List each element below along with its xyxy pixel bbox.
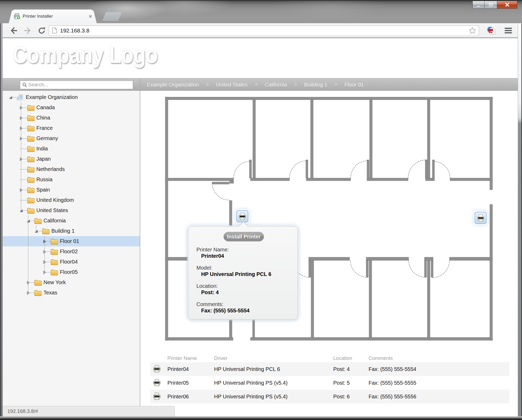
search-icon: [22, 82, 27, 87]
folder-icon: [27, 156, 35, 162]
tree-item-label: France: [36, 125, 53, 131]
tree-item-russia[interactable]: Russia: [3, 174, 140, 185]
status-bubble: 192.168.3.8/#: [3, 406, 175, 416]
breadcrumb-separator: >: [206, 82, 209, 88]
tree-item-label: Example Organization: [26, 94, 78, 100]
breadcrumb-item[interactable]: California: [265, 82, 287, 88]
folder-icon: [51, 269, 58, 275]
tree-item-india[interactable]: India: [3, 144, 140, 154]
tree-item-floor05[interactable]: Floor05: [3, 267, 140, 277]
back-button[interactable]: [8, 23, 19, 38]
printer-icon: [238, 213, 246, 220]
folder-icon: [27, 104, 35, 111]
tree-item-floor-01[interactable]: Floor 01: [3, 236, 140, 246]
tree-item-label: Building 1: [51, 228, 75, 234]
printer-table-row[interactable]: Printer06 HP Universal Printing PS (v5.4…: [150, 390, 509, 403]
tree-item-label: New York: [43, 279, 66, 285]
popover-field-label: Printer Name:: [196, 246, 271, 253]
folder-icon: [51, 238, 58, 245]
tree-item-spain[interactable]: Spain: [3, 185, 140, 195]
tree-item-united-states[interactable]: United States: [3, 205, 140, 216]
popover-field-label: Model:: [196, 265, 271, 271]
folder-icon: [27, 146, 35, 152]
tree-item-france[interactable]: France: [3, 123, 140, 133]
floor-plan-panel: Install Printer Printer Name:Printer04Mo…: [140, 91, 518, 416]
browser-tab[interactable]: Printer Installer ×: [9, 9, 97, 23]
window-frame-left: [0, 23, 3, 420]
browser-toolbar: 192.168.3.8: [3, 23, 518, 38]
tab-close-icon[interactable]: ×: [89, 14, 92, 19]
status-url: 192.168.3.8/#: [7, 408, 38, 414]
tree-item-germany[interactable]: Germany: [3, 133, 140, 144]
popover-field: Model:HP Universal Printing PCL 6: [196, 265, 271, 277]
breadcrumb-item[interactable]: United States: [216, 82, 248, 88]
breadcrumb-item[interactable]: Example Organization: [147, 82, 199, 88]
popover-field-value: HP Universal Printing PCL 6: [196, 271, 271, 277]
tree-item-floor02[interactable]: Floor02: [3, 246, 140, 257]
tree-item-japan[interactable]: Japan: [3, 154, 140, 164]
printer-table-row[interactable]: Printer05 HP Universal Printing PS (v5.4…: [150, 376, 509, 390]
printer-table-row[interactable]: Printer04 HP Universal Printing PCL 6 Po…: [150, 362, 509, 376]
tree-item-label: United States: [36, 207, 68, 213]
address-bar[interactable]: 192.168.3.8: [49, 25, 479, 36]
tree-item-texas[interactable]: Texas: [3, 288, 140, 298]
search-box[interactable]: [20, 80, 133, 89]
printer-table: Printer NameDriverLocationComments Print…: [150, 355, 509, 403]
tree-item-label: Floor04: [60, 259, 78, 265]
forward-button[interactable]: [22, 23, 33, 38]
tree-item-label: Texas: [43, 290, 57, 296]
popover-field: Comments:Fax: (555) 555-5554: [196, 301, 271, 314]
tree-item-label: California: [43, 218, 66, 224]
window-controls: [472, 1, 517, 9]
printer-location-cell: Post: 4: [333, 366, 350, 372]
tree-item-label: Floor05: [60, 269, 78, 275]
tree-item-example-organization[interactable]: Example Organization: [3, 92, 140, 102]
pdf-extension-icon[interactable]: [486, 23, 497, 38]
maximize-button[interactable]: [485, 1, 497, 9]
breadcrumb-item[interactable]: Floor 01: [345, 82, 364, 88]
url-text[interactable]: 192.168.3.8: [60, 27, 469, 34]
tree-item-canada[interactable]: Canada: [3, 102, 140, 113]
browser-window: Printer Installer × 192.168.3.8 Company …: [0, 0, 522, 420]
company-logo: Company Logo: [13, 41, 158, 68]
tree-item-netherlands[interactable]: Netherlands: [3, 164, 140, 174]
printer-comments-cell: Fax: (555) 555-5556: [369, 394, 416, 400]
printer-table-header: Printer NameDriverLocationComments: [150, 355, 509, 362]
tab-title: Printer Installer: [23, 14, 89, 19]
folder-icon: [27, 197, 35, 203]
folder-icon: [51, 259, 58, 265]
tree-item-china[interactable]: China: [3, 113, 140, 123]
minimize-button[interactable]: [472, 1, 485, 9]
map-printer-icon-printer04[interactable]: [236, 210, 248, 222]
printer-location-cell: Post: 5: [333, 380, 350, 386]
tree-item-label: Spain: [36, 187, 50, 193]
bookmark-star-icon[interactable]: [469, 27, 476, 34]
menu-button[interactable]: [503, 23, 514, 38]
tree-item-label: Russia: [36, 176, 52, 183]
folder-icon: [34, 218, 42, 224]
printer-icon: [153, 393, 161, 400]
search-input[interactable]: [28, 82, 131, 88]
tree-item-new-york[interactable]: New York: [3, 277, 140, 288]
folder-icon: [27, 125, 35, 131]
install-printer-button[interactable]: Install Printer: [224, 232, 264, 241]
printer-icon: [153, 365, 161, 373]
sidebar-tree-panel: Example OrganizationCanadaChinaFranceGer…: [3, 91, 140, 416]
folder-icon: [27, 207, 35, 214]
tree-item-label: Netherlands: [36, 166, 65, 172]
tree-item-united-kingdom[interactable]: United Kingdom: [3, 195, 140, 205]
tree-item-label: Japan: [36, 156, 51, 162]
tab-favicon-printer-icon: [14, 13, 20, 20]
reload-button[interactable]: [36, 23, 47, 38]
breadcrumb-item[interactable]: Building 1: [304, 82, 327, 88]
tree-item-floor04[interactable]: Floor04: [3, 257, 140, 267]
tree-item-label: China: [36, 115, 50, 121]
printer-comments-cell: Fax: (555) 555-5554: [369, 366, 416, 372]
close-button[interactable]: [497, 1, 517, 9]
tree-connector: [36, 226, 36, 231]
tree-item-california[interactable]: California: [3, 216, 140, 226]
printer-table-header-driver: Driver: [214, 355, 228, 361]
tree-expander-open-icon[interactable]: [8, 95, 13, 99]
tree-item-building-1[interactable]: Building 1: [3, 226, 140, 236]
map-printer-icon-printer06[interactable]: [475, 212, 487, 224]
